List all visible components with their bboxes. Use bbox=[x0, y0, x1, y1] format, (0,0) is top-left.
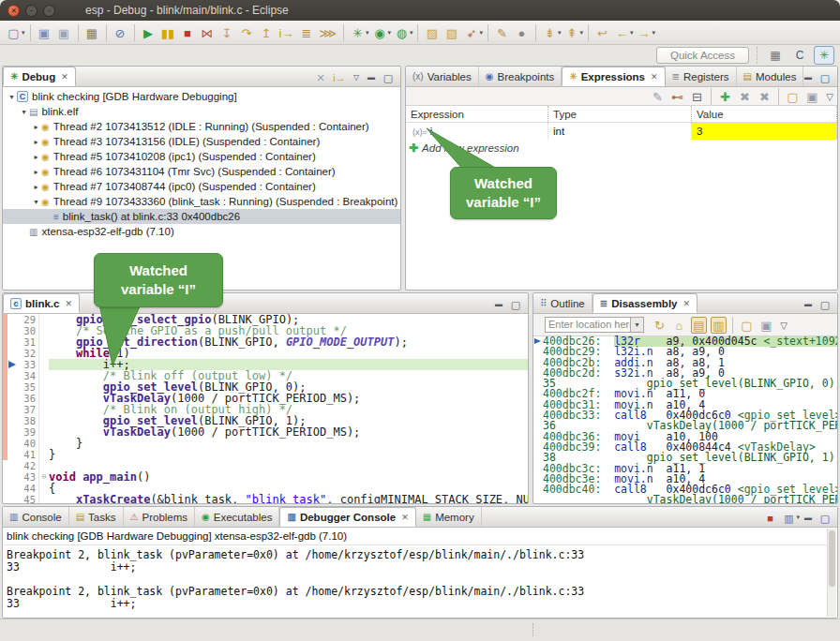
step-into-icon[interactable]: ↧ bbox=[219, 24, 235, 41]
tab-breakpoints[interactable]: ◉Breakpoints bbox=[479, 67, 562, 86]
tree-row[interactable]: ▾▤blink.elf bbox=[3, 104, 400, 119]
tab-tasks[interactable]: ▤Tasks bbox=[69, 507, 124, 527]
tree-row[interactable]: ≡blink_task() at blink.c:33 0x400dbc26 bbox=[3, 209, 400, 224]
tab-debug[interactable]: ✳Debug✕ bbox=[3, 67, 76, 86]
disconnect-icon[interactable]: ⋈ bbox=[200, 24, 216, 41]
previous-annotation-icon[interactable]: ⇞ bbox=[563, 24, 579, 41]
remove-selected-expressions-icon[interactable]: ✖ bbox=[737, 88, 753, 105]
tab-close-icon[interactable]: ✕ bbox=[401, 513, 409, 522]
home-icon[interactable]: ⌂ bbox=[671, 317, 687, 334]
toggle-mark-occurrences-icon[interactable]: ✎ bbox=[494, 24, 510, 41]
tree-expander-icon[interactable]: ▸ bbox=[31, 123, 41, 131]
external-launch-icon-dropdown[interactable]: ▾ bbox=[479, 29, 483, 37]
open-element-icon[interactable]: ▨ bbox=[424, 24, 440, 41]
tree-row[interactable]: ▾◉Thread #9 1073433360 (blink_task : Run… bbox=[3, 194, 400, 209]
breakpoint-gutter[interactable] bbox=[8, 325, 18, 336]
tab-modules[interactable]: ▤Modules bbox=[737, 67, 804, 86]
minimize-icon[interactable]: ▬ bbox=[493, 296, 504, 311]
resume-icon[interactable]: ▶ bbox=[141, 24, 157, 41]
minimize-icon[interactable]: ▬ bbox=[802, 510, 814, 525]
use-step-filters-icon[interactable]: ≣ bbox=[298, 24, 314, 41]
previous-annotation-icon-dropdown[interactable]: ▾ bbox=[579, 29, 583, 37]
maximize-icon[interactable]: ▢ bbox=[818, 296, 832, 311]
tree-expander-icon[interactable]: ▸ bbox=[31, 183, 41, 191]
open-resource-icon[interactable]: ▧ bbox=[443, 24, 459, 41]
tree-row[interactable]: ▥xtensa-esp32-elf-gdb (7.10) bbox=[3, 224, 400, 239]
debug-icon[interactable]: ✳ bbox=[350, 24, 366, 41]
tree-row[interactable]: ▸◉Thread #6 1073431104 (Tmr Svc) (Suspen… bbox=[3, 164, 400, 179]
pin-view-icon[interactable]: ▣ bbox=[804, 88, 820, 105]
back-icon-dropdown[interactable]: ▾ bbox=[630, 29, 634, 37]
breakpoint-gutter[interactable] bbox=[8, 415, 18, 426]
tab-variables[interactable]: (x)Variables bbox=[406, 67, 479, 86]
tree-expander-icon[interactable]: ▾ bbox=[7, 93, 17, 101]
breakpoint-gutter[interactable] bbox=[8, 381, 18, 393]
tab-close-icon[interactable]: ✕ bbox=[651, 72, 658, 82]
tab-registers[interactable]: ≣Registers bbox=[666, 67, 737, 86]
tab-debugger-console[interactable]: ▥Debugger Console✕ bbox=[279, 507, 415, 527]
run-icon-dropdown[interactable]: ▾ bbox=[387, 29, 391, 37]
column-header-value[interactable]: Value bbox=[692, 106, 837, 123]
console-scrollbar[interactable] bbox=[827, 529, 836, 617]
code-editor[interactable]: 29 gpio_pad_select_gpio(BLINK_GPIO);30 /… bbox=[3, 314, 528, 504]
search-icon[interactable]: ● bbox=[514, 24, 530, 41]
skip-all-breakpoints-icon[interactable]: ⊘ bbox=[112, 24, 128, 41]
breakpoint-gutter[interactable] bbox=[8, 460, 18, 471]
sync-selection-toggle[interactable]: ▥ bbox=[711, 317, 727, 334]
pin-view-icon[interactable]: ▣ bbox=[758, 317, 774, 334]
tab-console[interactable]: ▥Console bbox=[3, 507, 69, 527]
tab-blink-c[interactable]: cblink.c✕ bbox=[3, 293, 80, 313]
maximize-icon[interactable]: ▢ bbox=[818, 69, 832, 84]
tree-row[interactable]: ▾Cblink checking [GDB Hardware Debugging… bbox=[3, 89, 400, 104]
tab-disassembly[interactable]: ≣Disassembly✕ bbox=[592, 293, 698, 313]
tab-problems[interactable]: ⚠Problems bbox=[124, 507, 196, 527]
next-annotation-icon-dropdown[interactable]: ▾ bbox=[558, 29, 562, 37]
cpp-perspective-icon[interactable]: C bbox=[789, 46, 810, 65]
save-all-icon[interactable]: ▣ bbox=[56, 24, 72, 41]
remove-all-terminated-icon[interactable]: ✕ bbox=[313, 69, 328, 84]
editor-line[interactable]: 40 } bbox=[3, 438, 528, 449]
new-wizard-icon[interactable]: ▢ bbox=[6, 24, 22, 41]
fold-collapse-icon[interactable]: ⊖ bbox=[38, 471, 49, 483]
external-tools-icon[interactable]: ◍ bbox=[394, 24, 410, 41]
drop-to-frame-icon[interactable]: ⋙ bbox=[318, 24, 338, 41]
breakpoint-gutter[interactable] bbox=[8, 404, 18, 415]
console-output[interactable]: Breakpoint 2, blink_task (pvParameter=0x… bbox=[3, 545, 837, 614]
tree-expander-icon[interactable]: ▾ bbox=[19, 108, 29, 116]
step-return-icon[interactable]: ↥ bbox=[259, 24, 275, 41]
maximize-icon[interactable]: ▢ bbox=[818, 510, 832, 525]
instruction-pointer-icon[interactable] bbox=[8, 359, 18, 370]
tab-outline[interactable]: ⠿Outline bbox=[533, 293, 592, 313]
refresh-icon[interactable]: ↻ bbox=[652, 317, 668, 334]
tree-row[interactable]: ▸◉Thread #2 1073413512 (IDLE : Running) … bbox=[3, 119, 400, 134]
breakpoint-gutter[interactable] bbox=[8, 438, 18, 449]
console-scrollbar-thumb[interactable] bbox=[829, 530, 835, 587]
remove-all-expressions-icon[interactable]: ✖ bbox=[757, 88, 772, 105]
tree-expander-icon[interactable]: ▸ bbox=[31, 153, 41, 161]
breakpoint-gutter[interactable] bbox=[8, 426, 18, 438]
tab-close-icon[interactable]: ✕ bbox=[682, 299, 690, 308]
window-close-button[interactable]: ✕ bbox=[8, 5, 20, 17]
open-perspective-icon[interactable]: ▦ bbox=[765, 46, 786, 65]
display-selected-console-icon-dropdown[interactable]: ▾ bbox=[796, 514, 800, 521]
show-type-names-icon[interactable]: ✎ bbox=[650, 88, 666, 105]
minimize-icon[interactable]: ▬ bbox=[366, 69, 377, 84]
tab-memory[interactable]: ▦Memory bbox=[416, 507, 482, 527]
window-minimize-button[interactable]: − bbox=[25, 5, 38, 17]
tree-expander-icon[interactable]: ▸ bbox=[31, 138, 41, 146]
minimize-icon[interactable]: ▬ bbox=[802, 296, 814, 311]
column-header-expression[interactable]: Expression bbox=[406, 106, 548, 123]
tree-expander-icon[interactable]: ▸ bbox=[31, 168, 41, 176]
instruction-stepping-mode-icon[interactable]: i→ bbox=[332, 69, 347, 84]
breakpoint-gutter[interactable] bbox=[8, 336, 18, 348]
breakpoint-gutter[interactable] bbox=[8, 393, 18, 404]
maximize-icon[interactable]: ▢ bbox=[508, 296, 523, 311]
suspend-icon[interactable]: ▮▮ bbox=[160, 24, 176, 41]
view-menu-icon[interactable]: ▽ bbox=[824, 88, 835, 105]
editor-line[interactable]: 41} bbox=[3, 449, 528, 460]
maximize-icon[interactable]: ▢ bbox=[381, 69, 396, 84]
breakpoint-gutter[interactable] bbox=[8, 449, 18, 460]
forward-icon[interactable]: → bbox=[637, 24, 652, 41]
display-selected-console-icon[interactable]: ▥ bbox=[781, 510, 796, 525]
step-over-icon[interactable]: ↷ bbox=[239, 24, 255, 41]
